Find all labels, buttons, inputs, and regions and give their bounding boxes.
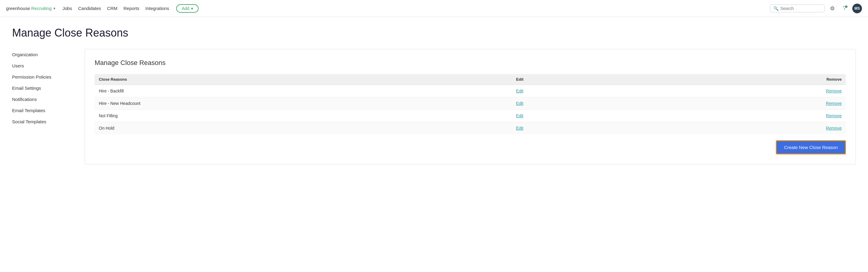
sidebar-item-notifications[interactable]: Notifications	[12, 94, 72, 105]
cell-close-reason: On Hold	[95, 122, 512, 134]
section-title: Manage Close Reasons	[95, 59, 846, 67]
create-button-area: Create New Close Reason	[95, 140, 846, 154]
logo-recruiting-text: Recruiting	[31, 6, 52, 11]
cell-edit: Edit	[512, 85, 644, 97]
cell-close-reason: Not Filling	[95, 110, 512, 122]
remove-button[interactable]: Remove	[826, 89, 842, 93]
nav-crm[interactable]: CRM	[107, 6, 117, 11]
cell-close-reason: Hire - Backfill	[95, 85, 512, 97]
col-header-close-reasons: Close Reasons	[95, 74, 512, 85]
cell-remove: Remove	[644, 97, 846, 110]
search-icon: 🔍	[773, 6, 779, 11]
main-content: Manage Close Reasons Close Reasons Edit …	[85, 49, 856, 164]
table-row: Hire - New HeadcountEditRemove	[95, 97, 846, 110]
table-row: Not FillingEditRemove	[95, 110, 846, 122]
table-row: Hire - BackfillEditRemove	[95, 85, 846, 97]
nav-right: 🔍 ⚙ ? MS	[770, 4, 862, 13]
help-icon[interactable]: ?	[840, 4, 849, 13]
nav-reports[interactable]: Reports	[124, 6, 140, 11]
sidebar-item-email-settings[interactable]: Email Settings	[12, 83, 72, 94]
edit-button[interactable]: Edit	[516, 101, 523, 106]
remove-button[interactable]: Remove	[826, 101, 842, 106]
close-reasons-table: Close Reasons Edit Remove Hire - Backfil…	[95, 74, 846, 134]
content-layout: Organization Users Permission Policies E…	[12, 49, 856, 164]
add-label: Add	[182, 6, 189, 11]
search-box[interactable]: 🔍	[770, 4, 825, 12]
settings-icon[interactable]: ⚙	[828, 4, 837, 13]
remove-button[interactable]: Remove	[826, 113, 842, 118]
table-header-row: Close Reasons Edit Remove	[95, 74, 846, 85]
col-header-remove: Remove	[644, 74, 846, 85]
edit-button[interactable]: Edit	[516, 113, 523, 118]
nav-links: Jobs Candidates CRM Reports Integrations	[63, 6, 169, 11]
nav-candidates[interactable]: Candidates	[78, 6, 101, 11]
cell-close-reason: Hire - New Headcount	[95, 97, 512, 110]
nav-integrations[interactable]: Integrations	[145, 6, 169, 11]
nav-jobs[interactable]: Jobs	[63, 6, 72, 11]
page-title: Manage Close Reasons	[12, 27, 856, 39]
search-input[interactable]	[780, 6, 821, 11]
sidebar-item-email-templates[interactable]: Email Templates	[12, 105, 72, 116]
logo-chevron-icon: ▾	[54, 6, 55, 10]
cell-remove: Remove	[644, 122, 846, 134]
page-container: Manage Close Reasons Organization Users …	[0, 17, 868, 174]
sidebar-item-organization[interactable]: Organization	[12, 49, 72, 60]
logo[interactable]: greenhouse Recruiting ▾	[6, 6, 55, 11]
remove-button[interactable]: Remove	[826, 126, 842, 130]
logo-greenhouse-text: greenhouse	[6, 6, 30, 11]
avatar[interactable]: MS	[852, 4, 862, 13]
sidebar-item-users[interactable]: Users	[12, 60, 72, 71]
edit-button[interactable]: Edit	[516, 126, 523, 130]
sidebar: Organization Users Permission Policies E…	[12, 49, 72, 164]
col-header-edit: Edit	[512, 74, 644, 85]
cell-edit: Edit	[512, 122, 644, 134]
cell-remove: Remove	[644, 110, 846, 122]
cell-edit: Edit	[512, 97, 644, 110]
cell-remove: Remove	[644, 85, 846, 97]
add-chevron-icon: ▾	[191, 6, 193, 11]
table-row: On HoldEditRemove	[95, 122, 846, 134]
sidebar-item-social-templates[interactable]: Social Templates	[12, 116, 72, 127]
sidebar-item-permission-policies[interactable]: Permission Policies	[12, 71, 72, 83]
cell-edit: Edit	[512, 110, 644, 122]
add-button[interactable]: Add ▾	[176, 4, 198, 13]
create-new-close-reason-button[interactable]: Create New Close Reason	[776, 140, 846, 154]
top-navigation: greenhouse Recruiting ▾ Jobs Candidates …	[0, 0, 868, 17]
edit-button[interactable]: Edit	[516, 89, 523, 93]
